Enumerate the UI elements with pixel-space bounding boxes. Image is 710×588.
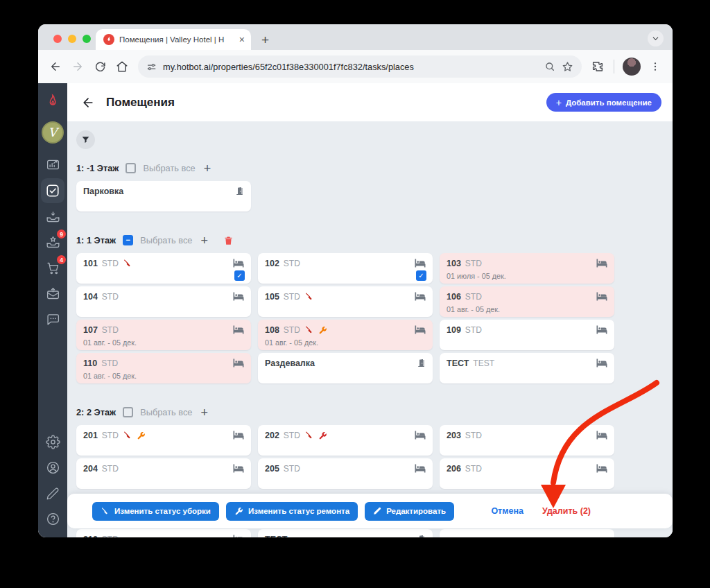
brush-icon	[101, 507, 110, 516]
room-card[interactable]: 104STD	[76, 286, 251, 317]
room-card[interactable]: 210STD	[76, 529, 251, 537]
traffic-lights	[53, 35, 91, 43]
room-card[interactable]: 105STD	[258, 286, 433, 317]
room-block-dates: 01 авг. - 05 дек.	[265, 338, 426, 347]
room-card-title-row: 109STD	[447, 325, 607, 335]
room-card[interactable]: 110STD01 авг. - 05 дек.	[76, 353, 251, 383]
zoom-window-button[interactable]	[83, 35, 91, 43]
reload-icon[interactable]	[89, 56, 110, 77]
room-card[interactable]: 203STD	[440, 425, 614, 456]
room-card-title-row: 206STD	[447, 464, 607, 474]
room-card[interactable]: 202STD	[258, 425, 433, 456]
page-back-icon[interactable]	[81, 96, 95, 110]
room-card[interactable]: 102STD✓	[258, 253, 433, 284]
hotel-avatar[interactable]: V	[42, 121, 64, 144]
room-type-label: STD	[465, 292, 482, 302]
room-card[interactable]: 106STD01 авг. - 05 дек.	[440, 286, 614, 317]
room-card[interactable]: Раздевалка	[258, 353, 433, 383]
room-type-label: STD	[101, 358, 118, 368]
add-room-icon[interactable]: +	[204, 162, 211, 175]
sidebar-item-profile[interactable]	[41, 455, 64, 481]
bed-icon	[414, 430, 426, 440]
floor-label: 1: -1 Этаж	[76, 163, 119, 173]
browser-menu-icon[interactable]	[645, 56, 666, 77]
room-card[interactable]: 101STD✓	[76, 253, 251, 284]
room-card[interactable]: 108STD01 авг. - 05 дек.	[258, 320, 433, 350]
room-card[interactable]: 205STD	[258, 458, 433, 489]
minimize-window-button[interactable]	[68, 35, 76, 43]
sidebar-item-settings[interactable]	[41, 429, 64, 455]
cancel-link[interactable]: Отмена	[491, 506, 523, 516]
sidebar-item-help[interactable]	[41, 506, 64, 532]
room-card[interactable]: 206STD	[440, 458, 614, 489]
room-type-label: STD	[284, 292, 300, 302]
select-all-checkbox[interactable]: −	[123, 235, 133, 245]
home-icon[interactable]	[112, 56, 132, 77]
room-card[interactable]: 103STD01 июля - 05 дек.	[440, 253, 614, 284]
add-room-icon[interactable]: +	[200, 406, 208, 419]
sidebar-item-cart[interactable]: 4	[41, 255, 64, 281]
tab-search-chevron-icon[interactable]	[648, 31, 664, 46]
new-tab-button[interactable]: +	[261, 33, 269, 46]
browser-window: Помещения | Valley Hotel | H × +	[38, 24, 673, 537]
room-card-title-row: 203STD	[447, 431, 607, 440]
sidebar-item-tasks[interactable]	[41, 178, 64, 203]
room-number: Раздевалка	[265, 358, 315, 368]
room-card[interactable]: Парковка	[76, 181, 251, 211]
select-all-checkbox[interactable]	[123, 407, 133, 417]
room-type-label: STD	[102, 535, 119, 537]
room-card[interactable]: 109STD	[440, 320, 614, 350]
room-card[interactable]: ТЕСТ	[258, 529, 433, 537]
room-number: 202	[265, 431, 279, 440]
room-number: 203	[447, 431, 461, 440]
room-checkbox-checked[interactable]: ✓	[234, 270, 245, 281]
action-button-label: Изменить статус уборки	[114, 507, 211, 515]
back-icon[interactable]	[45, 56, 66, 77]
add-place-button[interactable]: + Добавить помещение	[546, 93, 661, 112]
edit-button[interactable]: Редактировать	[365, 502, 454, 521]
delete-link[interactable]: Удалить (2)	[542, 506, 591, 516]
room-card[interactable]: ТЕСТTEST	[440, 353, 614, 383]
filter-button[interactable]	[76, 130, 95, 149]
room-card-title-row: 103STD	[447, 259, 607, 268]
bookmark-star-icon[interactable]	[562, 61, 573, 73]
browser-profile-avatar[interactable]	[623, 58, 641, 76]
change-repair-status-button[interactable]: Изменить статус ремонта	[226, 502, 358, 521]
sidebar-item-edit[interactable]	[41, 481, 64, 506]
extensions-puzzle-icon[interactable]	[587, 56, 608, 77]
room-card[interactable]: 204STD	[76, 458, 251, 489]
close-window-button[interactable]	[53, 35, 62, 43]
room-number: 109	[447, 325, 461, 335]
tab-close-icon[interactable]: ×	[239, 35, 245, 44]
url-text[interactable]: my.hotbot.ai/properties/65f2c01f38e33000…	[163, 62, 538, 72]
change-cleaning-status-button[interactable]: Изменить статус уборки	[92, 502, 219, 521]
site-controls-icon[interactable]	[146, 62, 157, 72]
bed-icon	[232, 325, 245, 335]
browser-tab[interactable]: Помещения | Valley Hotel | H ×	[96, 29, 251, 50]
room-checkbox-checked[interactable]: ✓	[416, 270, 426, 281]
sidebar-item-inbox[interactable]	[41, 204, 64, 230]
bed-icon	[414, 291, 426, 302]
hotbot-flame-logo-icon[interactable]	[45, 89, 60, 113]
room-card-title-row: ТЕСТTEST	[447, 358, 607, 368]
room-card[interactable]: 107STD01 авг. - 05 дек.	[76, 320, 251, 350]
room-block-dates: 01 авг. - 05 дек.	[83, 338, 244, 347]
cleaning-status-icon	[123, 259, 132, 268]
search-icon[interactable]	[544, 61, 555, 72]
bed-icon	[414, 258, 426, 268]
trash-icon[interactable]	[223, 235, 234, 246]
hotbot-favicon-icon	[103, 34, 114, 45]
select-all-checkbox[interactable]	[125, 163, 136, 173]
room-card[interactable]: 201STD	[76, 425, 251, 456]
room-number: 101	[83, 259, 98, 268]
sidebar-item-mail[interactable]	[41, 281, 64, 306]
sidebar-item-chat[interactable]	[41, 306, 64, 332]
selection-action-bar: Изменить статус уборкиИзменить статус ре…	[67, 494, 673, 528]
address-bar[interactable]: my.hotbot.ai/properties/65f2c01f38e33000…	[138, 55, 582, 78]
room-card-title-row: 105STD	[265, 292, 426, 302]
sidebar-item-achievements[interactable]: 9	[41, 230, 64, 255]
sidebar-item-analytics[interactable]	[41, 152, 64, 178]
room-card[interactable]	[440, 529, 614, 537]
add-room-icon[interactable]: +	[200, 234, 208, 247]
forward-icon[interactable]	[67, 56, 88, 77]
